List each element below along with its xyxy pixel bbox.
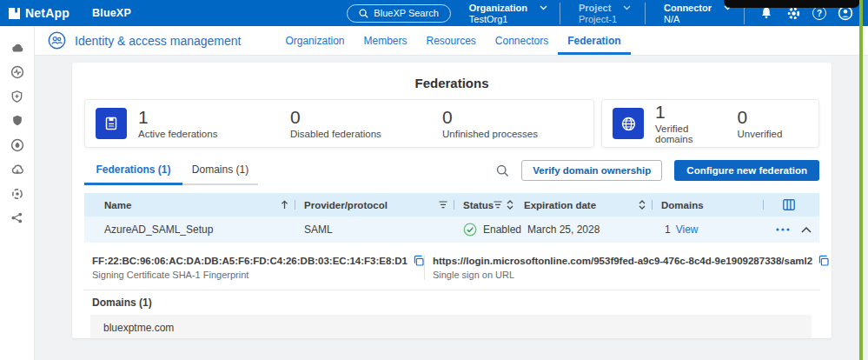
shield-security-icon[interactable] bbox=[10, 113, 24, 128]
stat-label: Unfinished processes bbox=[442, 129, 583, 139]
netapp-brand: NetApp bbox=[9, 6, 70, 20]
stat-label: Active federations bbox=[138, 129, 279, 139]
cell-row-actions bbox=[765, 217, 824, 243]
chevron-down-icon bbox=[540, 5, 547, 10]
table-search-icon[interactable] bbox=[496, 164, 509, 177]
brand-name: NetApp bbox=[25, 6, 70, 20]
search-label: BlueXP Search bbox=[374, 8, 438, 18]
screen-notch-overlay bbox=[724, 0, 860, 8]
connector-value: N/A bbox=[664, 14, 732, 24]
tab-connectors[interactable]: Connectors bbox=[486, 26, 558, 55]
stat-unfinished-processes: 0 Unfinished processes bbox=[442, 108, 583, 139]
cell-expiration: March 25, 2028 bbox=[517, 217, 654, 243]
details-divider bbox=[83, 290, 820, 290]
fingerprint-block: FF:22:BC:96:06:AC:DA:DB:A5:F6:FD:C4:26:D… bbox=[92, 255, 424, 280]
copy-sso-url-icon[interactable] bbox=[818, 255, 829, 266]
organization-selector[interactable]: Organization TestOrg1 bbox=[469, 3, 547, 24]
left-nav-sidebar bbox=[0, 26, 35, 360]
tab-federation[interactable]: Federation bbox=[558, 26, 630, 55]
shield-plus-protection-icon[interactable] bbox=[10, 89, 24, 103]
connector-selector[interactable]: Connector N/A bbox=[664, 3, 732, 24]
column-header-provider[interactable]: Provider/protocol bbox=[297, 193, 456, 217]
sso-url-block: https://login.microsoftonline.com/953f9f… bbox=[424, 255, 829, 280]
main-content: Federations 1 Active federations 0 Disab… bbox=[35, 56, 868, 360]
cell-domains: 1 View bbox=[654, 217, 765, 243]
summary-cards: 1 Active federations 0 Disabled federati… bbox=[84, 99, 819, 148]
sort-icon[interactable] bbox=[639, 200, 646, 210]
federations-panel: Federations 1 Active federations 0 Disab… bbox=[72, 63, 832, 338]
help-glyph: ? bbox=[817, 9, 822, 18]
column-label: Domains bbox=[661, 200, 704, 210]
observability-flame-icon[interactable] bbox=[10, 137, 24, 152]
column-header-expiration[interactable]: Expiration date bbox=[517, 193, 654, 217]
view-domains-link[interactable]: View bbox=[676, 223, 699, 236]
health-monitor-icon[interactable] bbox=[10, 64, 24, 79]
governance-nodes-icon[interactable] bbox=[10, 210, 24, 225]
copy-fingerprint-icon[interactable] bbox=[413, 255, 424, 266]
project-selector[interactable]: Project Project-1 bbox=[579, 3, 633, 24]
help-icon[interactable]: ? bbox=[812, 6, 826, 20]
netapp-logo-icon bbox=[9, 8, 20, 19]
organization-label: Organization bbox=[469, 3, 527, 13]
cloud-storage-icon[interactable] bbox=[10, 40, 24, 55]
cell-provider: SAML bbox=[297, 217, 456, 243]
column-label: Name bbox=[104, 200, 131, 210]
stat-value: 1 bbox=[655, 103, 726, 121]
federation-table-row[interactable]: AzureAD_SAML_Setup SAML Enabled March 25… bbox=[84, 217, 819, 243]
stat-disabled-federations: 0 Disabled federations bbox=[290, 108, 431, 139]
stat-label: Verified domains bbox=[655, 123, 726, 144]
federation-details: FF:22:BC:96:06:AC:DA:DB:A5:F6:FD:C4:26:D… bbox=[72, 243, 832, 280]
federations-summary-card: 1 Active federations 0 Disabled federati… bbox=[84, 99, 594, 148]
page-title: Identity & access management bbox=[75, 34, 241, 48]
cell-status: Enabled bbox=[456, 217, 517, 243]
tab-federations-list[interactable]: Federations (1) bbox=[84, 163, 182, 185]
sso-url-value: https://login.microsoftonline.com/953f9f… bbox=[433, 256, 812, 266]
federation-document-icon bbox=[96, 108, 127, 139]
stat-active-federations: 1 Active federations bbox=[138, 108, 279, 139]
collapse-row-chevron-icon[interactable] bbox=[801, 227, 812, 233]
globe-icon bbox=[613, 108, 644, 139]
page-header: Identity & access management Organizatio… bbox=[35, 26, 868, 56]
stat-value: 0 bbox=[738, 108, 809, 126]
search-icon bbox=[359, 9, 368, 18]
tab-resources[interactable]: Resources bbox=[417, 26, 486, 55]
domains-section-heading: Domains (1) bbox=[92, 297, 832, 309]
sso-url-label: Single sign on URL bbox=[433, 270, 829, 280]
cloud-mobility-icon[interactable] bbox=[10, 162, 24, 177]
stat-label: Unverified bbox=[738, 129, 809, 139]
stat-verified-domains: 1 Verified domains bbox=[655, 103, 726, 144]
column-header-status[interactable]: Status bbox=[456, 193, 517, 217]
project-label: Project bbox=[579, 3, 611, 13]
stat-unverified-domains: 0 Unverified bbox=[738, 108, 809, 139]
tab-organization[interactable]: Organization bbox=[275, 26, 354, 55]
manage-columns-icon[interactable] bbox=[783, 199, 795, 210]
column-header-name[interactable]: Name bbox=[84, 193, 297, 217]
bluexp-search-button[interactable]: BlueXP Search bbox=[347, 4, 450, 23]
kebab-menu-icon[interactable] bbox=[776, 228, 790, 231]
stat-value: 0 bbox=[442, 108, 583, 126]
extend-atom-icon[interactable] bbox=[10, 186, 24, 201]
screen-edge-strip bbox=[859, 0, 863, 360]
sort-icon[interactable] bbox=[507, 200, 514, 210]
filter-icon[interactable] bbox=[439, 201, 447, 209]
verify-domain-ownership-button[interactable]: Verify domain ownership bbox=[521, 160, 662, 181]
configure-new-federation-button[interactable]: Configure new federation bbox=[674, 160, 819, 181]
federations-tabs-row: Federations (1) Domains (1) Verify domai… bbox=[84, 160, 819, 185]
column-label: Expiration date bbox=[524, 200, 596, 210]
tab-domains-list[interactable]: Domains (1) bbox=[182, 163, 258, 185]
project-value: Project-1 bbox=[579, 14, 633, 24]
product-name: BlueXP bbox=[92, 7, 131, 19]
domains-summary-card: 1 Verified domains 0 Unverified bbox=[601, 99, 819, 148]
column-label: Status bbox=[463, 200, 494, 210]
column-settings-cell bbox=[765, 193, 819, 217]
column-header-domains[interactable]: Domains bbox=[654, 193, 765, 217]
filter-icon[interactable] bbox=[494, 201, 502, 209]
sort-ascending-icon[interactable] bbox=[281, 200, 288, 210]
connector-label: Connector bbox=[664, 3, 712, 13]
table-header-row: Name Provider/protocol Status bbox=[84, 193, 819, 217]
domain-name: bluexptme.com bbox=[103, 322, 174, 334]
fingerprint-label: Signing Certificate SHA-1 Fingerprint bbox=[92, 270, 424, 280]
tab-members[interactable]: Members bbox=[354, 26, 416, 55]
organization-value: TestOrg1 bbox=[469, 14, 547, 24]
column-label: Provider/protocol bbox=[304, 200, 388, 210]
